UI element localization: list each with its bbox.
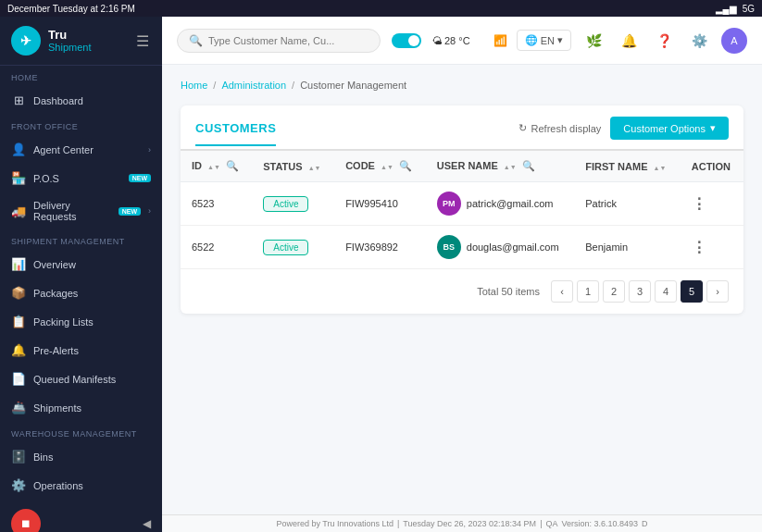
signal-icon: ▂▄▆ — [716, 4, 737, 14]
page-btn-5[interactable]: 5 — [681, 280, 703, 303]
language-button[interactable]: 🌐 EN ▾ — [517, 30, 571, 51]
sidebar-item-label: Bins — [33, 452, 151, 463]
record-button[interactable]: ⏹ — [11, 509, 41, 532]
sidebar-section-front-office: FRONT OFFICE — [0, 115, 162, 135]
chevron-right-icon: › — [148, 145, 151, 155]
cell-email: PM patrick@gmail.com — [426, 182, 575, 226]
packing-icon: 📋 — [11, 315, 26, 328]
col-firstname: FIRST NAME ▲▼ — [574, 151, 680, 182]
logo-icon: ✈ — [11, 26, 41, 56]
temp-value: 28 °C — [444, 35, 470, 46]
pagination-total: Total 50 items — [477, 286, 540, 297]
search-input[interactable] — [208, 35, 369, 46]
sidebar-item-packing-lists[interactable]: 📋 Packing Lists — [0, 307, 162, 336]
cell-firstname: Benjamin — [574, 226, 680, 269]
app-footer: Powered by Tru Innovations Ltd | Tuesday… — [162, 514, 762, 532]
status-badge: Active — [263, 240, 308, 255]
sidebar-item-label: Overview — [33, 259, 151, 270]
cell-action: ⋮ — [681, 226, 743, 269]
lang-label: EN — [541, 35, 555, 46]
action-menu-btn[interactable]: ⋮ — [692, 240, 706, 255]
status-bar: December Tuesday at 2:16 PM ▂▄▆ 5G — [0, 0, 762, 17]
breadcrumb-home[interactable]: Home — [181, 80, 207, 91]
sidebar-item-agent-center[interactable]: 👤 Agent Center › — [0, 135, 162, 164]
sidebar-item-shipments[interactable]: 🚢 Shipments — [0, 393, 162, 422]
sidebar-item-packages[interactable]: 📦 Packages — [0, 278, 162, 307]
filter-icon-username[interactable]: 🔍 — [522, 160, 535, 171]
filter-icon-id[interactable]: 🔍 — [226, 160, 239, 171]
theme-toggle[interactable] — [392, 33, 421, 48]
toggle-track[interactable] — [392, 33, 421, 48]
signal-nav-icon: 📶 — [493, 34, 507, 47]
pagination-prev[interactable]: ‹ — [551, 280, 573, 303]
sidebar-item-overview[interactable]: 📊 Overview — [0, 250, 162, 278]
sidebar-item-label: Packing Lists — [33, 316, 151, 328]
logo-tru: Tru — [48, 28, 91, 43]
page-btn-1[interactable]: 1 — [577, 280, 599, 303]
bell-icon-btn[interactable]: 🔔 — [616, 28, 642, 54]
sidebar-item-label: Agent Center — [33, 144, 141, 155]
footer-datetime: Tuesday Dec 26, 2023 02:18:34 PM — [403, 519, 536, 528]
sidebar-item-operations[interactable]: ⚙️ Operations — [0, 471, 162, 500]
table-header-row: ID ▲▼ 🔍 STATUS ▲▼ CODE ▲▼ 🔍 — [181, 151, 743, 182]
packages-icon: 📦 — [11, 286, 26, 300]
cell-action: ⋮ — [681, 182, 743, 226]
sidebar: ✈ Tru Shipment ☰ HOME ⊞ Dashboard FRONT … — [0, 17, 162, 532]
avatar: PM — [437, 192, 461, 216]
hamburger-button[interactable]: ☰ — [134, 31, 151, 52]
sidebar-item-label: Pre-Alerts — [33, 345, 151, 356]
cell-id: 6523 — [181, 182, 252, 226]
customers-panel: CUSTOMERS ↻ Refresh display Customer Opt… — [181, 105, 743, 314]
sidebar-item-pre-alerts[interactable]: 🔔 Pre-Alerts — [0, 336, 162, 365]
options-label: Customer Options — [623, 123, 706, 134]
breadcrumb-admin[interactable]: Administration — [221, 80, 286, 91]
table-row: 6522 Active FIW369892 BS douglas@gmail.c… — [181, 226, 743, 269]
sidebar-item-queued-manifests[interactable]: 📄 Queued Manifests — [0, 365, 162, 393]
cell-email: BS douglas@gmail.com — [426, 226, 575, 269]
settings-icon-btn[interactable]: ⚙️ — [686, 28, 712, 54]
breadcrumb-sep2: / — [292, 80, 294, 91]
sidebar-item-delivery-requests[interactable]: 🚚 Delivery Requests NEW › — [0, 192, 162, 229]
sidebar-item-bins[interactable]: 🗄️ Bins — [0, 442, 162, 471]
dashboard-icon: ⊞ — [11, 93, 26, 107]
customer-options-button[interactable]: Customer Options ▾ — [610, 117, 729, 140]
footer-sep1: | — [397, 519, 399, 528]
page-btn-2[interactable]: 2 — [603, 280, 625, 303]
search-box[interactable]: 🔍 — [177, 29, 381, 53]
sort-icons-code: ▲▼ — [381, 164, 393, 170]
page-btn-3[interactable]: 3 — [629, 280, 651, 303]
customers-tbody: 6523 Active FIW995410 PM patrick@gmail.c… — [181, 182, 743, 269]
col-status: STATUS ▲▼ — [252, 151, 334, 182]
col-id: ID ▲▼ 🔍 — [181, 151, 252, 182]
sidebar-item-pos[interactable]: 🏪 P.O.S NEW — [0, 164, 162, 192]
leaf-icon-btn[interactable]: 🌿 — [581, 28, 606, 54]
footer-sep2: | — [540, 519, 542, 528]
temp-icon: 🌤 — [432, 35, 443, 46]
bins-icon: 🗄️ — [11, 450, 26, 464]
sort-icons-firstname: ▲▼ — [654, 165, 667, 171]
pagination-next[interactable]: › — [706, 280, 729, 303]
sidebar-item-label: Packages — [33, 288, 151, 299]
sidebar-item-label: Shipments — [33, 402, 151, 414]
user-avatar-btn[interactable]: A — [721, 28, 747, 54]
flag-icon: 🌐 — [525, 34, 538, 46]
sort-icons-status: ▲▼ — [308, 165, 321, 171]
shipments-icon: 🚢 — [11, 401, 26, 414]
page-btn-4[interactable]: 4 — [655, 280, 677, 303]
chevron-down-icon: ▾ — [557, 34, 563, 46]
refresh-button[interactable]: ↻ Refresh display — [518, 122, 602, 134]
temperature-badge: 🌤 28 °C — [432, 35, 470, 46]
sidebar-item-dashboard[interactable]: ⊞ Dashboard — [0, 86, 162, 115]
overview-icon: 📊 — [11, 257, 26, 271]
footer-qa: QA — [545, 519, 557, 528]
sort-icons-id: ▲▼ — [207, 164, 220, 170]
refresh-icon: ↻ — [518, 122, 527, 134]
cell-firstname: Patrick — [574, 182, 680, 226]
agent-center-icon: 👤 — [11, 142, 26, 156]
collapse-sidebar-button[interactable]: ◀ — [143, 517, 151, 530]
sort-icons-username: ▲▼ — [504, 164, 517, 170]
action-menu-btn[interactable]: ⋮ — [692, 196, 706, 212]
top-navbar: 🔍 🌤 28 °C 📶 🌐 EN ▾ 🌿 🔔 — [162, 17, 762, 65]
filter-icon-code[interactable]: 🔍 — [399, 160, 412, 171]
help-icon-btn[interactable]: ❓ — [651, 28, 677, 54]
